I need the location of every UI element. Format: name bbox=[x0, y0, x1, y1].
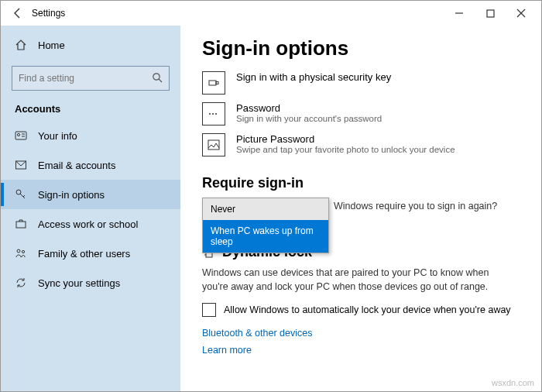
require-signin-heading: Require sign-in bbox=[202, 175, 520, 191]
option-title: Sign in with a physical security key bbox=[236, 71, 391, 83]
key-icon bbox=[15, 188, 27, 201]
sidebar-item-label: Email & accounts bbox=[38, 160, 115, 171]
option-picture-password[interactable]: Picture Password Swipe and tap your favo… bbox=[202, 133, 520, 156]
option-title: Password bbox=[236, 102, 382, 114]
minimize-icon bbox=[455, 9, 464, 18]
dropdown-option-wake[interactable]: When PC wakes up from sleep bbox=[203, 220, 328, 253]
close-icon bbox=[516, 9, 526, 18]
back-button[interactable] bbox=[12, 7, 24, 19]
sidebar-item-email-accounts[interactable]: Email & accounts bbox=[1, 150, 180, 180]
svg-point-15 bbox=[209, 113, 211, 115]
people-icon bbox=[15, 247, 27, 260]
content-pane: Sign-in options Sign in with a physical … bbox=[180, 26, 541, 391]
option-subtitle: Sign in with your account's password bbox=[236, 114, 382, 123]
svg-point-16 bbox=[212, 113, 214, 115]
svg-rect-10 bbox=[16, 222, 26, 228]
svg-point-11 bbox=[17, 249, 20, 253]
home-label: Home bbox=[38, 40, 65, 51]
svg-line-3 bbox=[159, 79, 162, 82]
usb-key-icon bbox=[202, 71, 225, 95]
svg-point-22 bbox=[204, 254, 206, 256]
svg-point-17 bbox=[215, 113, 217, 115]
sidebar-item-sync[interactable]: Sync your settings bbox=[1, 268, 180, 297]
mail-icon bbox=[15, 159, 27, 171]
dynamic-lock-description: Windows can use devices that are paired … bbox=[202, 266, 496, 294]
sidebar-item-label: Family & other users bbox=[38, 248, 130, 260]
window-title: Settings bbox=[32, 8, 65, 19]
picture-icon bbox=[202, 133, 225, 156]
section-label: Accounts bbox=[1, 95, 180, 121]
sidebar-item-work-school[interactable]: Access work or school bbox=[1, 209, 180, 239]
sidebar-item-your-info[interactable]: Your info bbox=[1, 121, 180, 150]
titlebar: Settings bbox=[1, 1, 541, 26]
minimize-button[interactable] bbox=[444, 2, 475, 24]
settings-window: Settings Home bbox=[0, 0, 542, 392]
password-icon bbox=[202, 102, 225, 126]
sidebar-item-family[interactable]: Family & other users bbox=[1, 239, 180, 268]
require-signin-dropdown[interactable]: Never When PC wakes up from sleep bbox=[202, 198, 329, 253]
option-password[interactable]: Password Sign in with your account's pas… bbox=[202, 102, 520, 126]
option-subtitle: Swipe and tap your favorite photo to unl… bbox=[236, 145, 455, 154]
dropdown-option-never[interactable]: Never bbox=[203, 198, 328, 220]
maximize-button[interactable] bbox=[475, 2, 506, 24]
home-nav[interactable]: Home bbox=[1, 30, 180, 60]
link-learn-more[interactable]: Learn more bbox=[202, 345, 520, 356]
sync-icon bbox=[15, 277, 27, 289]
home-icon bbox=[15, 39, 27, 51]
person-card-icon bbox=[15, 129, 27, 142]
svg-point-2 bbox=[153, 74, 160, 80]
sidebar-item-label: Sign-in options bbox=[38, 189, 105, 201]
sidebar-item-label: Your info bbox=[38, 130, 77, 142]
briefcase-icon bbox=[15, 218, 27, 230]
sidebar-item-label: Sync your settings bbox=[38, 277, 120, 289]
svg-point-12 bbox=[22, 250, 24, 253]
svg-rect-4 bbox=[15, 132, 26, 139]
search-icon bbox=[152, 72, 163, 84]
checkbox-icon[interactable] bbox=[202, 303, 216, 317]
back-icon bbox=[12, 7, 24, 19]
require-prompt: Windows require you to sign in again? bbox=[334, 201, 497, 211]
checkbox-label: Allow Windows to automatically lock your… bbox=[224, 304, 511, 315]
page-title: Sign-in options bbox=[202, 36, 520, 60]
option-title: Picture Password bbox=[236, 133, 455, 145]
sidebar: Home Accounts Your info Email & accounts bbox=[1, 26, 180, 391]
maximize-icon bbox=[486, 9, 495, 18]
svg-rect-14 bbox=[216, 82, 218, 84]
option-security-key[interactable]: Sign in with a physical security key bbox=[202, 71, 520, 95]
sidebar-item-signin-options[interactable]: Sign-in options bbox=[1, 180, 180, 209]
svg-rect-13 bbox=[209, 81, 216, 85]
close-button[interactable] bbox=[506, 2, 537, 24]
svg-point-5 bbox=[17, 133, 19, 136]
search-input[interactable] bbox=[12, 66, 170, 91]
svg-rect-1 bbox=[487, 10, 494, 17]
link-bluetooth[interactable]: Bluetooth & other devices bbox=[202, 328, 520, 339]
dynamic-lock-checkbox-row[interactable]: Allow Windows to automatically lock your… bbox=[202, 303, 520, 317]
sidebar-item-label: Access work or school bbox=[38, 218, 138, 230]
